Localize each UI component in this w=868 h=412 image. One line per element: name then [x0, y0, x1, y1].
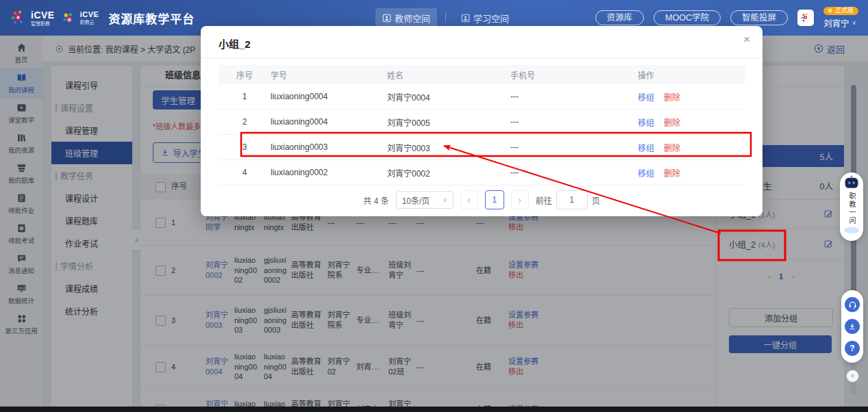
teacher-icon [382, 14, 391, 23]
delete-link[interactable]: 删除 [664, 169, 680, 179]
nav-divider [445, 13, 446, 23]
chevron-down-icon: ∨ [852, 19, 857, 26]
logo2-brand: iCVE [80, 11, 99, 18]
logo1-brand: iCVE [31, 10, 55, 20]
modal-members-table: 序号 学号 姓名 手机号 操作 1 liuxiaoning0004 刘宵宁000… [219, 65, 745, 185]
icve-cloud-icon [60, 10, 77, 26]
username: 刘宵宁 [823, 16, 850, 29]
brand-area: iCVE 智慧职教 iCVE 职教云 [0, 9, 99, 27]
app-window: iCVE 智慧职教 iCVE 职教云 资源库教学平台 教师空间 [0, 0, 868, 412]
mini-logo-chip [797, 10, 814, 26]
logo1-sub: 智慧职教 [31, 21, 55, 26]
per-page-select[interactable]: 10条/页 ∨ [396, 191, 454, 209]
close-icon: × [851, 373, 855, 380]
version-badge: 正式版 [823, 7, 858, 15]
medal-icon [827, 8, 833, 14]
goto-label: 前往 [536, 194, 552, 206]
logo-icve-zhihui: iCVE 智慧职教 [10, 9, 55, 27]
close-icon[interactable]: × [743, 34, 750, 45]
modal-table-header: 序号 学号 姓名 手机号 操作 [219, 65, 745, 84]
assistant-widget[interactable]: 职教一问 [840, 172, 863, 241]
helper-toolbar: ? [841, 290, 863, 363]
student-space-label: 学习空间 [473, 12, 509, 25]
teacher-space-tab[interactable]: 教师空间 [375, 8, 437, 28]
next-page-button[interactable]: › [511, 190, 529, 209]
dismiss-widget-button[interactable]: × [846, 370, 859, 383]
headset-icon [848, 300, 857, 309]
delete-link[interactable]: 删除 [664, 93, 680, 103]
modal-table-row: 2 liuxiaoning0004 刘宵宁0005 --- 移组删除 [219, 110, 745, 135]
chevron-down-icon: ∨ [443, 196, 447, 203]
help-icon: ? [850, 344, 854, 353]
mini-swirl-icon [800, 12, 811, 23]
download-float-button[interactable] [845, 319, 860, 334]
delete-link[interactable]: 删除 [664, 118, 680, 128]
modal-divider [201, 57, 762, 58]
modal-table-row-highlighted: 3 liuxiaoning0003 刘宵宁0003 --- 移组删除 [219, 135, 745, 160]
logo2-sub: 职教云 [80, 20, 99, 25]
mooc-college-button[interactable]: MOOC学院 [654, 10, 721, 26]
move-group-link[interactable]: 移组 [638, 118, 654, 128]
group-detail-modal: 小组_2 × 序号 学号 姓名 手机号 操作 1 liuxiaoning0004… [201, 26, 762, 216]
cloud-icon [844, 227, 859, 233]
delete-link[interactable]: 删除 [664, 144, 680, 153]
download-icon [848, 322, 856, 331]
platform-title: 资源库教学平台 [108, 10, 195, 27]
help-button[interactable]: ? [845, 341, 860, 356]
modal-table-row: 1 liuxiaoning0004 刘宵宁0004 --- 移组删除 [219, 84, 745, 110]
modal-title: 小组_2 [219, 36, 251, 51]
goto-page-input[interactable] [556, 190, 588, 209]
robot-icon [843, 175, 860, 190]
teacher-space-label: 教师空间 [395, 12, 430, 25]
move-group-link[interactable]: 移组 [638, 169, 654, 179]
icve-swirl-icon [10, 9, 27, 27]
move-group-link[interactable]: 移组 [638, 93, 654, 103]
total-count: 共 4 条 [363, 194, 388, 206]
resource-lib-button[interactable]: 资源库 [595, 10, 645, 26]
modal-table-row: 4 liuxiaoning0002 刘宵宁0002 --- 移组删除 [219, 160, 745, 185]
assistant-label: 职教一问 [848, 192, 855, 225]
prev-page-button[interactable]: ‹ [460, 190, 478, 209]
customer-service-button[interactable] [845, 297, 860, 312]
student-space-tab[interactable]: 学习空间 [454, 8, 516, 28]
logo-icve-zhijiaoyun: iCVE 职教云 [60, 10, 99, 26]
goto-unit: 页 [592, 194, 600, 206]
current-page[interactable]: 1 [485, 190, 504, 209]
move-group-link[interactable]: 移组 [638, 144, 654, 153]
user-area[interactable]: 正式版 刘宵宁 ∨ [823, 7, 858, 29]
student-icon [461, 14, 470, 23]
smart-cast-button[interactable]: 智能投屏 [730, 10, 788, 26]
bottom-bar [0, 407, 868, 412]
modal-pagination: 共 4 条 10条/页 ∨ ‹ 1 › 前往 页 [201, 190, 762, 209]
